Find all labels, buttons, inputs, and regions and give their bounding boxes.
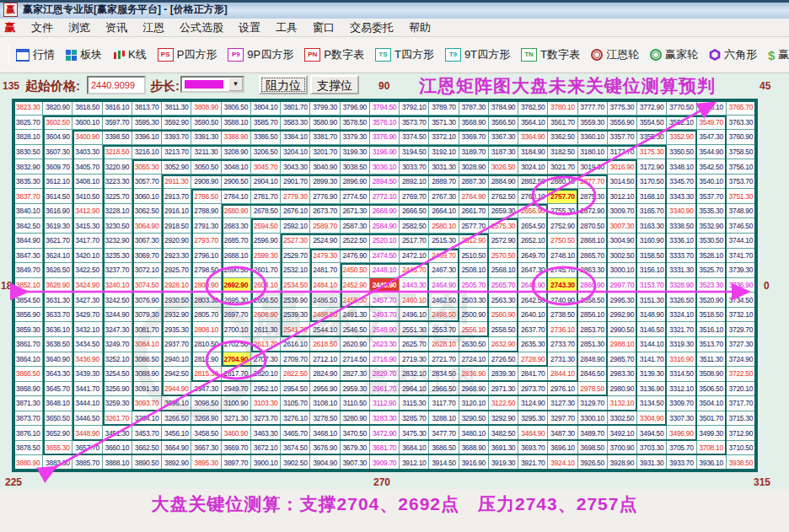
grid-cell: 2971.30 — [489, 382, 518, 397]
grid-cell: 2618.50 — [310, 337, 340, 352]
resistance-button[interactable]: 阻力位 — [259, 75, 308, 94]
grid-cell: 3724.90 — [727, 352, 756, 368]
grid-cell: 2844.10 — [548, 367, 577, 382]
step-dropdown[interactable]: ▼ — [180, 76, 244, 93]
step-label: 步长: — [150, 78, 180, 94]
grid-cell: 2944.90 — [162, 382, 191, 397]
grid-cell: 3405.70 — [72, 159, 102, 175]
grid-cell: 3588.10 — [222, 116, 251, 131]
grid-cell: 3228.10 — [103, 204, 132, 219]
grid-cell: 2894.50 — [370, 175, 400, 190]
toolbar-button-T四方形[interactable]: TST四方形 — [375, 47, 434, 62]
grid-cell: 2803.30 — [191, 293, 221, 308]
grid-cell: 2736.10 — [548, 322, 577, 337]
grid-cell: 3722.50 — [727, 367, 756, 382]
grid-cell: 3832.90 — [13, 159, 43, 175]
grid-cell: 3482.50 — [489, 426, 518, 441]
p-square-icon: PS — [158, 48, 174, 62]
menu-item-交易委托[interactable]: 交易委托 — [342, 19, 401, 35]
toolbar-button-六角形[interactable]: 六角形 — [709, 47, 757, 62]
toolbar-button-P数字表[interactable]: PNP数字表 — [304, 47, 364, 62]
menu-item-设置[interactable]: 设置 — [231, 19, 268, 35]
grid-cell: 3693.70 — [518, 441, 548, 456]
grid-cell: 3376.90 — [370, 130, 400, 145]
toolbar-button-T数字表[interactable]: TNT数字表 — [521, 47, 580, 62]
grid-cell: 3573.70 — [400, 116, 429, 131]
toolbar-button-江恩轮[interactable]: 江恩轮 — [591, 47, 639, 62]
toolbar-button-9T四方形[interactable]: T99T四方形 — [445, 47, 510, 62]
toolbar-button-赢家轮[interactable]: 赢家轮 — [650, 47, 698, 62]
grid-cell: 3052.90 — [162, 159, 191, 175]
grid-cell: 3919.30 — [489, 455, 518, 470]
grid-cell: 2724.10 — [459, 352, 489, 368]
grid-cell: 3876.10 — [13, 426, 43, 441]
menu-item-帮助[interactable]: 帮助 — [401, 19, 438, 35]
grid-cell: 3871.30 — [13, 396, 43, 411]
grid-cell: 2997.70 — [608, 278, 637, 293]
service-dollar-icon: $ — [768, 48, 775, 62]
grid-cell: 3544.90 — [697, 145, 727, 160]
grid-cell: 3844.90 — [13, 234, 43, 249]
grid-cell: 3115.30 — [400, 396, 429, 411]
grid-cell: 3782.50 — [518, 100, 548, 116]
grid-cell: 2649.70 — [518, 249, 548, 264]
menu-item-文件[interactable]: 文件 — [24, 19, 61, 35]
toolbar-label: K线 — [128, 47, 147, 62]
grid-cell: 3420.10 — [72, 249, 102, 264]
grid-cell: 2515.30 — [429, 234, 459, 249]
grid-cell: 2930.50 — [162, 293, 191, 308]
grid-cell: 2534.50 — [281, 278, 310, 293]
grid-cell: 3564.10 — [518, 116, 548, 131]
menu-item-工具[interactable]: 工具 — [268, 19, 305, 35]
menu-item-公式选股[interactable]: 公式选股 — [172, 19, 231, 35]
grid-cell: 3362.50 — [548, 130, 577, 145]
grid-cell: 2700.10 — [222, 322, 251, 337]
grid-cell: 3436.90 — [72, 352, 102, 368]
menu-item-资讯[interactable]: 资讯 — [98, 19, 135, 35]
grid-cell: 3187.30 — [489, 145, 518, 160]
grid-cell: 2613.70 — [251, 337, 281, 352]
grid-cell: 2539.30 — [281, 308, 310, 323]
grid-cell: 3561.70 — [548, 116, 577, 131]
grid-cell: 3736.90 — [727, 278, 756, 293]
menu-item-窗口[interactable]: 窗口 — [305, 19, 342, 35]
grid-cell: 3100.90 — [222, 396, 251, 411]
grid-cell: 3045.70 — [251, 159, 281, 175]
grid-cell: 3547.30 — [697, 130, 727, 145]
grid-cell: 3492.10 — [608, 426, 637, 441]
toolbar-button-P四方形[interactable]: PSP四方形 — [158, 47, 217, 62]
toolbar-button-K线[interactable]: K线 — [113, 47, 147, 62]
grid-cell: 3062.50 — [132, 204, 162, 219]
toolbar-button-9P四方形[interactable]: P99P四方形 — [228, 47, 293, 62]
support-button[interactable]: 支撑位 — [310, 75, 359, 94]
grid-cell: 3297.70 — [548, 411, 577, 427]
chevron-down-icon[interactable]: ▼ — [228, 78, 243, 91]
grid-cell: 3768.10 — [697, 100, 727, 116]
grid-cell: 3727.30 — [727, 337, 756, 352]
toolbar-button-赢家服务[interactable]: $赢家服务 — [768, 47, 789, 62]
grid-cell: 2901.70 — [281, 175, 310, 190]
matrix-heading: 江恩矩阵图大盘未来关键位测算预判 — [419, 74, 716, 98]
toolbar-button-行情[interactable]: 行情 — [16, 47, 55, 62]
menu-item-浏览[interactable]: 浏览 — [61, 19, 98, 35]
grid-cell: 3182.50 — [548, 145, 577, 160]
grid-cell: 3801.70 — [281, 100, 310, 116]
grid-cell: 3165.70 — [637, 204, 667, 219]
grid-cell: 2685.70 — [222, 234, 251, 249]
grid-cell: 3408.10 — [72, 175, 102, 190]
grid-cell: 3660.10 — [103, 441, 132, 456]
grid-cell: 2882.50 — [518, 175, 548, 190]
angle-label-315: 315 — [754, 476, 770, 488]
grid-cell: 2695.30 — [222, 293, 251, 308]
start-price-input[interactable] — [87, 76, 146, 94]
toolbar-separator — [8, 44, 9, 66]
grid-cell: 2529.70 — [281, 249, 310, 264]
grid-cell: 3254.50 — [103, 367, 132, 382]
grid-cell: 2820.10 — [251, 367, 281, 382]
grid-cell: 2721.70 — [429, 352, 459, 368]
grid-cell: 3007.30 — [608, 218, 637, 234]
menu-item-江恩[interactable]: 江恩 — [135, 19, 172, 35]
grid-cell: 2623.30 — [370, 337, 400, 352]
grid-cell: 3720.10 — [727, 382, 756, 397]
toolbar-button-板块[interactable]: 板块 — [66, 47, 102, 62]
